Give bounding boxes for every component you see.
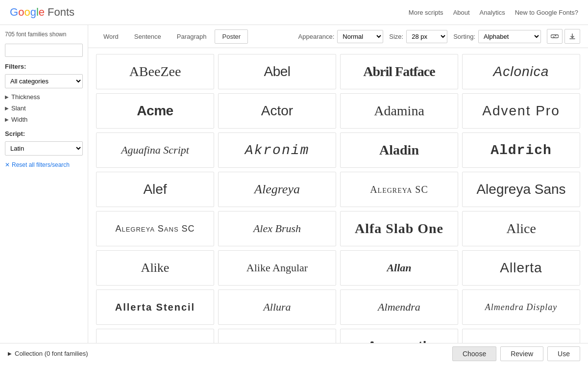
- font-name: Allerta Stencil: [111, 302, 199, 313]
- font-card[interactable]: Allerta: [462, 250, 580, 286]
- font-name: Alike: [137, 261, 173, 275]
- filter-width[interactable]: ▶ Width: [5, 115, 83, 124]
- reset-link[interactable]: ✕ Reset all filters/search: [5, 161, 83, 168]
- nav-more-scripts[interactable]: More scripts: [409, 9, 443, 16]
- font-card[interactable]: Acme: [96, 93, 214, 129]
- filter-width-label: Width: [11, 116, 27, 123]
- font-card[interactable]: Aladin: [340, 132, 458, 168]
- logo-google-text: Google: [10, 6, 45, 19]
- font-card[interactable]: Alef: [96, 172, 214, 207]
- category-select[interactable]: All categories Serif Sans Serif Display …: [5, 74, 83, 88]
- font-name: Abel: [260, 64, 294, 79]
- review-button[interactable]: Review: [500, 346, 543, 361]
- font-card[interactable]: Alike: [96, 250, 214, 286]
- font-name: Alef: [139, 182, 171, 197]
- link-icon-btn[interactable]: [547, 29, 563, 44]
- filter-group: ▶ Thickness ▶ Slant ▶ Width: [5, 92, 83, 124]
- font-card[interactable]: Aldrich: [462, 132, 580, 168]
- font-card[interactable]: Akronim: [218, 132, 336, 168]
- font-name: Abril Fatface: [359, 64, 439, 79]
- logo[interactable]: Google Fonts: [10, 6, 74, 19]
- font-name: Akronim: [241, 143, 314, 158]
- font-card[interactable]: Amatic SC: [462, 329, 580, 343]
- font-card[interactable]: Amaranth: [340, 329, 458, 343]
- font-card[interactable]: Allura: [218, 289, 336, 325]
- font-card[interactable]: Alegreya: [218, 172, 336, 207]
- size-label: Size:: [389, 33, 403, 40]
- font-card[interactable]: Amarante: [218, 329, 336, 343]
- font-card[interactable]: Allerta Stencil: [96, 289, 214, 325]
- filter-slant-label: Slant: [11, 105, 26, 112]
- font-card[interactable]: Advent Pro: [462, 93, 580, 129]
- slant-arrow-icon: ▶: [5, 105, 9, 111]
- use-button[interactable]: Use: [547, 346, 580, 361]
- filter-slant[interactable]: ▶ Slant: [5, 104, 83, 113]
- font-name: Allan: [383, 262, 415, 274]
- font-name: Aclonica: [490, 64, 553, 79]
- font-card[interactable]: Abril Fatface: [340, 54, 458, 89]
- main-layout: 705 font families shown Filters: All cat…: [0, 25, 588, 343]
- font-card[interactable]: Alegreya SC: [340, 172, 458, 207]
- search-input[interactable]: [5, 44, 83, 57]
- appearance-select[interactable]: Normal Bold Italic: [337, 30, 383, 43]
- nav-about[interactable]: About: [453, 9, 470, 16]
- toolbar-controls: Appearance: Normal Bold Italic Size: 14 …: [298, 29, 580, 44]
- font-card[interactable]: Almendra SC: [96, 329, 214, 343]
- tab-paragraph[interactable]: Paragraph: [170, 29, 214, 44]
- script-label: Script:: [5, 130, 83, 137]
- font-name: Acme: [133, 103, 177, 119]
- download-icon-btn[interactable]: [564, 29, 580, 44]
- header-nav: More scripts About Analytics New to Goog…: [409, 9, 578, 16]
- font-card[interactable]: Alegreya Sans: [462, 172, 580, 207]
- font-name: Amarante: [252, 340, 302, 343]
- toolbar: Word Sentence Paragraph Poster Appearanc…: [88, 25, 588, 48]
- font-card[interactable]: Alike Angular: [218, 250, 336, 286]
- font-name: Allerta: [496, 260, 546, 276]
- font-card[interactable]: Aclonica: [462, 54, 580, 89]
- collection-arrow-icon: ▶: [8, 351, 12, 356]
- appearance-label: Appearance:: [298, 33, 335, 40]
- tab-sentence[interactable]: Sentence: [127, 29, 169, 44]
- font-card[interactable]: Allan: [340, 250, 458, 286]
- logo-fonts-text: Fonts: [48, 6, 74, 19]
- size-control: Size: 14 px 20 px 28 px 40 px 60 px: [389, 30, 447, 43]
- font-card[interactable]: Abel: [218, 54, 336, 89]
- link-icon: [551, 33, 559, 39]
- font-name: Alegreya SC: [366, 184, 432, 195]
- font-card[interactable]: Alice: [462, 211, 580, 246]
- download-icon: [569, 33, 576, 40]
- width-arrow-icon: ▶: [5, 117, 9, 122]
- font-name: Alfa Slab One: [351, 221, 447, 237]
- font-card[interactable]: Alfa Slab One: [340, 211, 458, 246]
- font-card[interactable]: Almendra Display: [462, 289, 580, 325]
- collection-label[interactable]: ▶ Collection (0 font families): [8, 350, 88, 357]
- nav-new-to[interactable]: New to Google Fonts?: [515, 9, 578, 16]
- font-card[interactable]: Adamina: [340, 93, 458, 129]
- filter-thickness[interactable]: ▶ Thickness: [5, 92, 83, 102]
- nav-analytics[interactable]: Analytics: [480, 9, 505, 16]
- font-grid: ABeeZeeAbelAbril FatfaceAclonicaAcmeActo…: [88, 48, 588, 343]
- font-name: Alegreya: [250, 182, 304, 197]
- font-name: Almendra Display: [481, 302, 561, 313]
- script-select[interactable]: Latin Cyrillic Greek Vietnamese Arabic: [5, 141, 83, 156]
- header: Google Fonts More scripts About Analytic…: [0, 0, 588, 25]
- thickness-arrow-icon: ▶: [5, 94, 9, 100]
- font-name: Advent Pro: [478, 103, 564, 119]
- font-name: Allura: [259, 301, 294, 314]
- font-card[interactable]: Alex Brush: [218, 211, 336, 246]
- font-name: Almendra: [374, 301, 424, 314]
- font-name: ABeeZee: [125, 64, 185, 79]
- choose-button[interactable]: Choose: [452, 346, 496, 361]
- font-card[interactable]: Almendra: [340, 289, 458, 325]
- tab-poster[interactable]: Poster: [215, 29, 248, 44]
- font-card[interactable]: Alegreya Sans SC: [96, 211, 214, 246]
- tab-word[interactable]: Word: [96, 29, 126, 44]
- size-select[interactable]: 14 px 20 px 28 px 40 px 60 px: [406, 30, 447, 43]
- font-card[interactable]: ABeeZee: [96, 54, 214, 89]
- font-name: Amaranth: [363, 339, 435, 343]
- font-name: Alegreya Sans SC: [111, 224, 198, 234]
- filters-label: Filters:: [5, 63, 83, 70]
- font-card[interactable]: Aguafina Script: [96, 132, 214, 168]
- font-card[interactable]: Actor: [218, 93, 336, 129]
- sorting-select[interactable]: Alphabet Trending Most popular Newest: [478, 30, 541, 43]
